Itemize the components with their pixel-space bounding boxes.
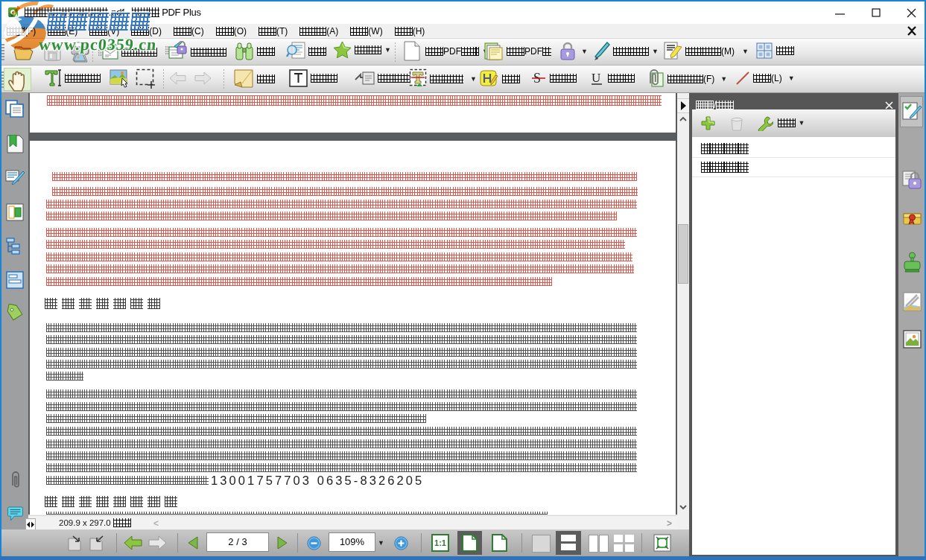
svg-text:U: U — [592, 71, 600, 85]
